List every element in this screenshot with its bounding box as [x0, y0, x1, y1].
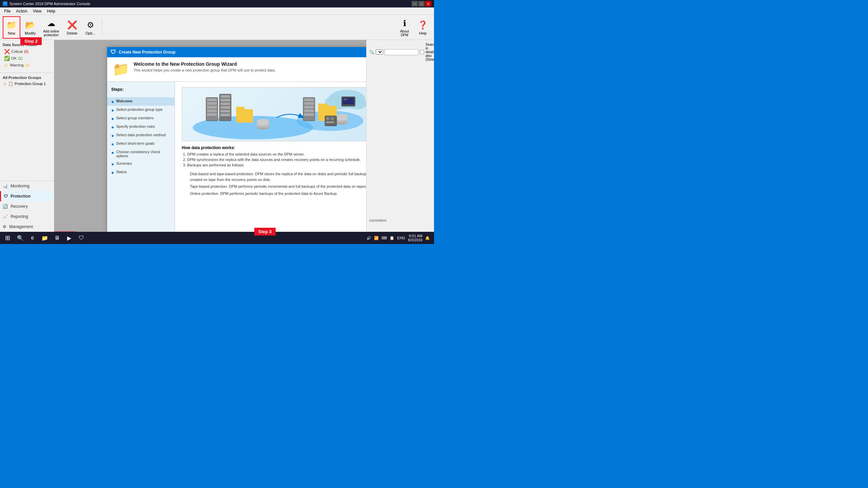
svg-rect-31: [304, 106, 314, 108]
ok-icon: ✅: [4, 56, 10, 61]
how-works-title: How data protection works:: [182, 145, 366, 150]
menu-file[interactable]: File: [1, 8, 13, 14]
protection-label: Protection: [11, 194, 31, 199]
dialog-title-icon: 🛡: [111, 49, 116, 55]
modal-overlay: Step 1 🛡 Create New Protection Group ✕ 📁…: [54, 40, 366, 232]
taskbar-app-icon[interactable]: 🛡: [76, 232, 87, 243]
svg-rect-3: [207, 99, 217, 101]
step-label-status: Status: [116, 170, 126, 174]
sidebar-item-ok[interactable]: ✅ OK (1): [3, 55, 51, 62]
step-status[interactable]: ● Status: [107, 168, 175, 177]
critical-icon: ❌: [4, 49, 10, 54]
step-summary[interactable]: ● Summary: [107, 160, 175, 168]
step-label-rules: Specify protection rules: [116, 124, 155, 128]
step-consistency[interactable]: ● Choose consistency check options: [107, 148, 175, 160]
delete-icon: ❌: [67, 20, 78, 30]
start-button[interactable]: ⊞: [1, 232, 14, 244]
sidebar: Data Source Health ❌ Critical (0) ✅ OK (…: [0, 40, 54, 232]
svg-point-26: [344, 99, 345, 100]
search-dropdown[interactable]: [376, 49, 383, 55]
warning-label: Warning: [10, 63, 24, 67]
help-label: Help: [419, 31, 427, 35]
dialog-steps-header: Steps:: [107, 82, 175, 97]
menu-view[interactable]: View: [30, 8, 44, 14]
optimize-button[interactable]: ⚙ Opti...: [82, 16, 99, 39]
taskbar-search-icon[interactable]: 🔍: [15, 232, 26, 243]
about-button[interactable]: ℹ AboutDPM: [396, 16, 413, 39]
add-online-button[interactable]: ☁ Add online protection: [40, 16, 62, 39]
step-select-method[interactable]: ● Select data protection method: [107, 131, 175, 140]
taskbar-time: 9:01 AM 8/3/2016: [408, 234, 422, 242]
modify-button[interactable]: 📂 Modify: [22, 16, 39, 39]
ok-label: OK: [11, 56, 17, 60]
taskbar-notification-icon[interactable]: 🔔: [425, 236, 430, 240]
taskbar-system: 🔊 📶 ⌨ 📋 ENG 9:01 AM 8/3/2016 🔔: [367, 234, 433, 242]
how-works-item-1: DPM creates a replica of the selected da…: [187, 152, 366, 156]
dialog-welcome-subtitle: This wizard helps you create a new prote…: [134, 68, 276, 72]
sidebar-nav-management[interactable]: ⚙ Management: [0, 222, 54, 232]
taskbar-edge-icon[interactable]: e: [27, 232, 38, 243]
taskbar-icons: 🔍 e 📁 🖥 ▶ 🛡: [15, 232, 87, 243]
taskbar-settings-icon[interactable]: 🖥: [52, 232, 62, 243]
sidebar-nav-reporting[interactable]: 📈 Reporting: [0, 211, 54, 222]
close-button[interactable]: ✕: [425, 1, 431, 6]
sidebar-nav-monitoring[interactable]: 📊 Monitoring: [0, 181, 54, 191]
svg-rect-15: [236, 109, 253, 123]
search-slow-checkbox[interactable]: [420, 50, 424, 54]
right-panel-search: 🔍 Search in details also (Slow): [369, 43, 431, 61]
indent-disk: Disk-based and tape-based protection. DP…: [190, 171, 366, 182]
welcome-diagram: [182, 87, 366, 141]
step1-label: Step 1: [54, 231, 76, 232]
monitoring-label: Monitoring: [11, 184, 29, 188]
svg-rect-13: [220, 110, 230, 113]
svg-point-27: [346, 99, 347, 100]
step-bullet-short: ●: [111, 142, 114, 146]
step-bullet-members: ●: [111, 116, 114, 121]
minimize-button[interactable]: ─: [412, 1, 418, 6]
taskbar-folder-icon[interactable]: 📁: [39, 232, 50, 243]
how-works-indent: Disk-based and tape-based protection. DP…: [190, 171, 366, 196]
new-label: New: [8, 31, 15, 35]
svg-rect-29: [304, 99, 314, 101]
reporting-label: Reporting: [11, 214, 28, 219]
svg-rect-42: [331, 117, 334, 120]
tree-arrow-icon: ▷: [4, 82, 7, 86]
protection-group-1-item[interactable]: ▷ 📋 Protection Group 1: [3, 81, 51, 86]
add-online-icon: ☁: [46, 18, 57, 29]
step-short-term[interactable]: ● Select short-term goals: [107, 140, 175, 148]
taskbar-terminal-icon[interactable]: ▶: [64, 232, 75, 243]
step-select-members[interactable]: ● Select group members: [107, 114, 175, 123]
menu-action[interactable]: Action: [13, 8, 30, 14]
maximize-button[interactable]: □: [418, 1, 425, 6]
critical-label: Critical: [11, 49, 23, 54]
step-label-consistency: Choose consistency check options: [116, 150, 171, 158]
step-bullet-welcome: ●: [111, 99, 114, 104]
optimize-label: Opti...: [85, 31, 95, 35]
new-button[interactable]: 📁 New: [3, 16, 20, 39]
steps-label: Steps:: [111, 87, 171, 92]
svg-rect-35: [318, 103, 328, 107]
sidebar-nav-recovery[interactable]: 🔄 Recovery: [0, 201, 54, 211]
dialog-steps-panel: Steps: ● Welcome ● Select protection gro…: [107, 82, 175, 232]
step-specify-rules[interactable]: ● Specify protection rules: [107, 123, 175, 131]
new-icon: 📁: [6, 20, 17, 30]
search-input[interactable]: [384, 49, 418, 55]
search-slow-label: Search in details also (Slow): [426, 43, 434, 61]
sidebar-nav-protection[interactable]: 🛡 Protection: [0, 191, 54, 201]
title-bar-controls: ─ □ ✕: [412, 1, 431, 6]
sidebar-item-critical[interactable]: ❌ Critical (0): [3, 48, 51, 55]
step-select-type[interactable]: ● Select protection group type: [107, 106, 175, 114]
taskbar-speaker-icon: 🔊: [367, 236, 371, 240]
content-panel: Step 1 🛡 Create New Protection Group ✕ 📁…: [54, 40, 366, 232]
step-label-summary: Summary: [116, 161, 132, 165]
menu-help[interactable]: Help: [44, 8, 58, 14]
svg-rect-16: [236, 107, 245, 111]
svg-rect-14: [220, 114, 230, 116]
dialog-header-icon: 📁: [113, 61, 130, 77]
step-welcome[interactable]: ● Welcome: [107, 97, 175, 106]
critical-count: (0): [24, 49, 28, 54]
delete-button[interactable]: ❌ Delete: [64, 16, 81, 39]
help-button[interactable]: ❓ Help: [414, 16, 431, 39]
warning-icon: ⚠: [4, 62, 8, 68]
sidebar-item-warning[interactable]: ⚠ Warning (1): [3, 62, 51, 68]
